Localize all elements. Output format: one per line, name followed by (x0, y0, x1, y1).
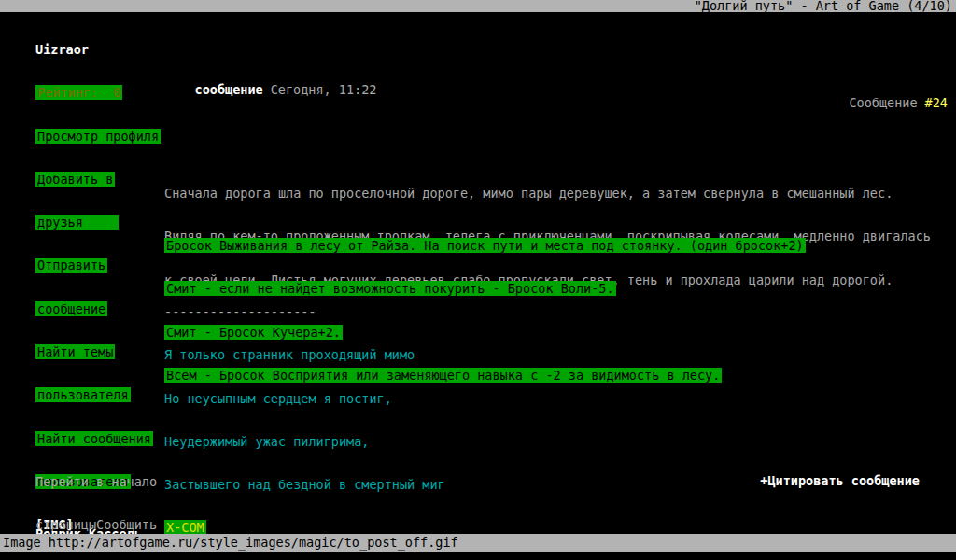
signature-poem-line: Неудержимый ужас пилигрима, (164, 434, 369, 449)
add-friend-link[interactable]: друзья (35, 215, 119, 230)
post-number-link[interactable]: #24 (925, 95, 948, 110)
status-bar-text: Image http://artofgame.ru/style_images/m… (3, 535, 458, 550)
member-username: Uizraor (35, 42, 89, 57)
add-friend-link[interactable]: Добавить в (35, 172, 115, 187)
rating-link[interactable]: Рейтинг: 0 (35, 85, 122, 100)
signature-poem-line: Застывшего над бездной в смертный миг (164, 477, 445, 492)
post-time: Сегодня, 11:22 (271, 82, 377, 97)
send-message-link[interactable]: Отправить (35, 258, 107, 273)
find-topics-link[interactable]: пользователя (35, 387, 131, 402)
window-titlebar: "Долгий путь" - Art of Game (4/10) (0, 0, 956, 12)
quote-post-button[interactable]: +Цитировать сообщение (760, 473, 920, 488)
post-signature: -------------------- Я только странник п… (164, 275, 457, 560)
signature-divider: -------------------- (164, 304, 316, 319)
status-bar: Image http://artofgame.ru/style_images/m… (0, 534, 956, 552)
signature-poem-line: Но неусыпным сердцем я постиг, (164, 391, 392, 406)
roll-line: Бросок Выживания в лесу от Райза. На пои… (164, 238, 806, 253)
go-to-top-link[interactable]: Перейти в начало (35, 474, 157, 489)
view-profile-link[interactable]: Просмотр профиля (35, 129, 161, 144)
signature-poem-line: Я только странник проходящий мимо (164, 347, 415, 362)
post-body-line: Сначала дорога шла по проселочной дороге… (164, 186, 893, 201)
find-topics-link[interactable]: Найти темы (35, 344, 115, 359)
post-header: сообщениеСегодня, 11:22 (164, 67, 376, 112)
post-number: Сообщение#24 (819, 80, 948, 125)
page-title: "Долгий путь" - Art of Game (4/10) (695, 0, 952, 13)
post-icon-label: сообщение (195, 82, 263, 97)
find-posts-link[interactable]: Найти сообщения (35, 431, 153, 446)
quote-post-area: +Цитировать сообщение (730, 458, 920, 503)
browser-screen: "Долгий путь" - Art of Game (4/10) Uizra… (0, 0, 956, 560)
post-number-label: Сообщение (849, 95, 917, 110)
send-message-link[interactable]: сообщение (35, 301, 107, 316)
